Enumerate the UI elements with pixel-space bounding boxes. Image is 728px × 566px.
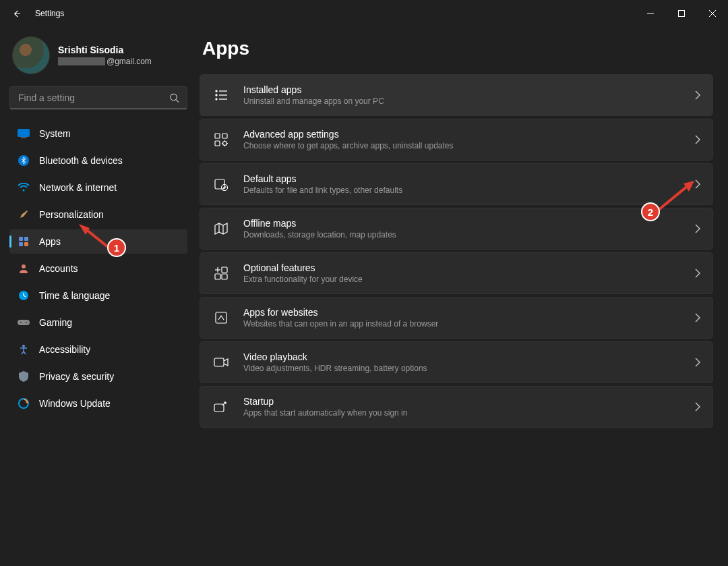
sidebar-item-accounts[interactable]: Accounts: [9, 256, 187, 281]
svg-line-5: [176, 100, 179, 103]
card-sub: Websites that can open in an app instead…: [243, 319, 695, 329]
sidebar-item-time[interactable]: Time & language: [9, 283, 187, 308]
svg-rect-7: [21, 138, 26, 138]
grid-gear-icon: [211, 132, 231, 148]
card-optional-features[interactable]: Optional features Extra functionality fo…: [200, 252, 713, 294]
redacted-text: [58, 57, 105, 65]
apps-icon: [18, 235, 30, 248]
chevron-right-icon: [695, 135, 700, 144]
maximize-icon: [678, 10, 685, 17]
back-button[interactable]: [9, 7, 23, 20]
card-title: Apps for websites: [243, 307, 695, 318]
shield-icon: [18, 370, 30, 383]
sidebar-item-label: Personalization: [39, 209, 104, 220]
card-text: Default apps Defaults for file and link …: [243, 173, 695, 195]
card-sub: Apps that start automatically when you s…: [243, 408, 695, 418]
search-input[interactable]: [9, 86, 187, 109]
startup-icon: [211, 399, 231, 415]
sidebar-item-accessibility[interactable]: Accessibility: [9, 337, 187, 362]
minimize-button[interactable]: [635, 3, 666, 24]
card-startup[interactable]: Startup Apps that start automatically wh…: [200, 386, 713, 428]
card-sub: Video adjustments, HDR streaming, batter…: [243, 364, 695, 373]
sidebar-item-label: Apps: [39, 236, 61, 247]
card-sub: Choose where to get apps, archive apps, …: [243, 141, 695, 150]
map-icon: [211, 221, 231, 237]
svg-rect-1: [679, 11, 685, 17]
window-controls: [635, 3, 728, 24]
sidebar-item-system[interactable]: System: [9, 121, 187, 146]
arrow-left-icon: [11, 9, 22, 19]
layout: Srishti Sisodia @gmail.com System Blueto…: [0, 27, 728, 566]
card-title: Video playback: [243, 351, 695, 362]
sidebar-item-privacy[interactable]: Privacy & security: [9, 364, 187, 389]
sidebar-item-gaming[interactable]: Gaming: [9, 310, 187, 335]
svg-point-19: [22, 345, 25, 347]
cards: Installed apps Uninstall and manage apps…: [200, 74, 713, 428]
minimize-icon: [647, 10, 654, 17]
search-icon: [169, 93, 179, 103]
sidebar-item-label: System: [39, 128, 71, 139]
svg-point-31: [223, 142, 227, 146]
card-offline-maps[interactable]: Offline maps Downloads, storage location…: [200, 208, 713, 250]
sidebar-item-label: Accessibility: [39, 344, 90, 355]
svg-rect-42: [214, 358, 224, 366]
chevron-right-icon: [695, 90, 700, 100]
card-title: Offline maps: [243, 218, 695, 229]
svg-marker-47: [684, 181, 694, 192]
svg-rect-28: [215, 134, 220, 138]
sidebar-item-label: Gaming: [39, 317, 72, 328]
card-text: Offline maps Downloads, storage location…: [243, 218, 695, 239]
chevron-right-icon: [695, 224, 700, 233]
svg-point-24: [216, 94, 217, 96]
app-title: Settings: [35, 9, 64, 18]
card-text: Video playback Video adjustments, HDR st…: [243, 351, 695, 373]
sidebar-item-update[interactable]: Windows Update: [9, 391, 187, 416]
card-installed-apps[interactable]: Installed apps Uninstall and manage apps…: [200, 74, 713, 116]
sidebar-item-label: Bluetooth & devices: [39, 155, 123, 166]
svg-rect-6: [18, 130, 30, 137]
svg-point-18: [26, 322, 27, 323]
sidebar-item-label: Windows Update: [39, 398, 111, 409]
svg-rect-32: [215, 179, 224, 189]
bluetooth-icon: [18, 154, 30, 167]
svg-point-26: [216, 98, 217, 100]
sidebar-item-label: Time & language: [39, 290, 110, 301]
default-apps-icon: [211, 176, 231, 192]
card-title: Optional features: [243, 262, 695, 273]
card-default-apps[interactable]: Default apps Defaults for file and link …: [200, 163, 713, 205]
svg-rect-11: [24, 237, 28, 241]
svg-rect-16: [18, 320, 30, 325]
svg-point-22: [216, 90, 217, 92]
video-icon: [211, 354, 231, 370]
profile[interactable]: Srishti Sisodia @gmail.com: [9, 32, 187, 84]
maximize-button[interactable]: [666, 3, 697, 24]
card-video-playback[interactable]: Video playback Video adjustments, HDR st…: [200, 341, 713, 383]
chevron-right-icon: [695, 268, 700, 278]
close-button[interactable]: [697, 3, 728, 24]
accounts-icon: [18, 262, 30, 275]
clock-icon: [18, 289, 30, 302]
badge-number: 1: [114, 242, 119, 254]
search-box: [9, 86, 187, 109]
card-apps-for-websites[interactable]: Apps for websites Websites that can open…: [200, 297, 713, 339]
profile-text: Srishti Sisodia @gmail.com: [58, 45, 152, 66]
sidebar-item-bluetooth[interactable]: Bluetooth & devices: [9, 148, 187, 173]
web-app-icon: [211, 310, 231, 326]
svg-marker-45: [79, 224, 90, 235]
sidebar: Srishti Sisodia @gmail.com System Blueto…: [0, 27, 195, 566]
plus-grid-icon: [211, 265, 231, 281]
badge-number: 2: [648, 206, 653, 218]
sidebar-item-label: Accounts: [39, 263, 78, 274]
close-icon: [709, 10, 716, 17]
svg-rect-12: [19, 242, 23, 246]
accessibility-icon: [18, 343, 30, 356]
svg-rect-36: [222, 267, 227, 273]
update-icon: [18, 397, 30, 409]
annotation-badge-1: 1: [107, 238, 126, 257]
svg-rect-29: [222, 134, 227, 138]
card-text: Installed apps Uninstall and manage apps…: [243, 84, 695, 106]
chevron-right-icon: [695, 402, 700, 412]
sidebar-item-label: Network & internet: [39, 182, 117, 193]
card-advanced-app-settings[interactable]: Advanced app settings Choose where to ge…: [200, 119, 713, 161]
sidebar-item-network[interactable]: Network & internet: [9, 175, 187, 200]
